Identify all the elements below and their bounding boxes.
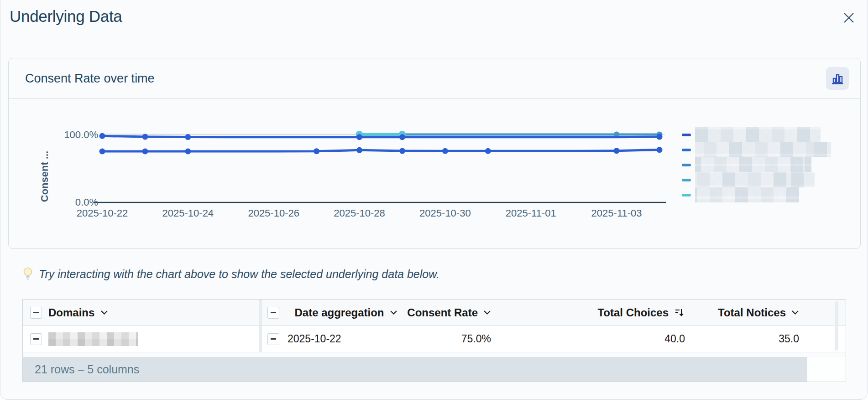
chart-title: Consent Rate over time	[25, 72, 155, 86]
legend-dash-icon	[682, 149, 691, 151]
sort-descending-icon	[674, 307, 685, 318]
tip-text: Try interacting with the chart above to …	[39, 268, 439, 281]
svg-text:Consent ...: Consent ...	[39, 151, 50, 202]
chevron-down-icon	[100, 310, 108, 315]
tip-row: Try interacting with the chart above to …	[22, 267, 439, 281]
page-title: Underlying Data	[10, 7, 122, 26]
bar-chart-icon	[830, 71, 845, 86]
total-notices-label: Total Notices	[718, 306, 786, 319]
total-choices-label: Total Choices	[597, 306, 669, 319]
consent-rate-header[interactable]: Consent Rate	[404, 306, 491, 319]
svg-text:2025-10-24: 2025-10-24	[162, 207, 214, 219]
chevron-down-icon	[483, 310, 491, 315]
total-choices-value: 40.0	[491, 333, 685, 345]
consent-rate-value: 75.0%	[404, 333, 491, 345]
table-scrollbar[interactable]	[835, 301, 838, 351]
measures-header-pane: Date aggregation Consent Rate Total Choi…	[262, 300, 846, 326]
lightbulb-icon	[22, 267, 33, 281]
modal-header: Underlying Data	[0, 0, 867, 28]
table-summary: 21 rows – 5 columns	[35, 363, 139, 376]
date-aggregation-label: Date aggregation	[294, 306, 384, 319]
chart-type-button[interactable]	[826, 67, 849, 90]
legend-dash-icon	[682, 134, 691, 136]
chevron-down-icon	[791, 310, 799, 315]
domains-select-checkbox[interactable]	[30, 307, 42, 319]
domains-header[interactable]: Domains	[48, 306, 108, 319]
table-footer-gutter	[807, 357, 846, 382]
underlying-data-modal: Underlying Data Consent Rate over time 1…	[0, 0, 868, 400]
table-row[interactable]: 2025-10-22 75.0% 40.0 35.0	[23, 326, 846, 352]
svg-text:2025-10-22: 2025-10-22	[77, 207, 128, 219]
table-gap	[23, 352, 846, 357]
legend-item[interactable]	[682, 157, 831, 172]
svg-text:100.0%: 100.0%	[64, 129, 98, 140]
consent-chart[interactable]: 100.0%0.0%Consent ...2025-10-222025-10-2…	[9, 99, 860, 248]
svg-text:2025-11-03: 2025-11-03	[591, 207, 642, 219]
chart-legend	[682, 127, 831, 202]
close-button[interactable]	[841, 10, 857, 28]
measures-row-checkbox[interactable]	[267, 333, 279, 345]
legend-label-redacted	[695, 187, 799, 202]
chevron-down-icon	[390, 310, 397, 315]
svg-text:0.0%: 0.0%	[75, 196, 98, 208]
svg-text:2025-10-28: 2025-10-28	[334, 207, 385, 219]
svg-text:2025-11-01: 2025-11-01	[506, 207, 556, 219]
table-summary-bar: 21 rows – 5 columns	[23, 357, 807, 382]
legend-label-redacted	[695, 142, 831, 157]
close-icon	[842, 11, 855, 24]
legend-label-redacted	[695, 157, 811, 172]
legend-item[interactable]	[682, 187, 831, 202]
consent-rate-label: Consent Rate	[407, 306, 478, 319]
legend-dash-icon	[682, 194, 691, 196]
legend-dash-icon	[682, 179, 691, 181]
date-aggregation-value: 2025-10-22	[288, 333, 404, 345]
domains-header-pane: Domains	[23, 300, 262, 326]
legend-item[interactable]	[682, 142, 831, 157]
domains-header-label: Domains	[48, 306, 94, 319]
domain-row-checkbox[interactable]	[30, 333, 42, 345]
legend-item[interactable]	[682, 172, 831, 187]
legend-item[interactable]	[682, 127, 831, 142]
svg-text:2025-10-26: 2025-10-26	[248, 207, 299, 219]
consent-rate-card: Consent Rate over time 100.0%0.0%Consent…	[8, 58, 861, 249]
measures-row: 2025-10-22 75.0% 40.0 35.0	[262, 326, 846, 352]
svg-text:2025-10-30: 2025-10-30	[419, 207, 471, 219]
underlying-data-table: Domains Date aggregation Consent Rate	[22, 299, 846, 382]
date-aggregation-header[interactable]: Date aggregation	[288, 306, 404, 319]
legend-label-redacted	[695, 172, 815, 187]
domain-value-redacted	[48, 332, 138, 346]
table-footer: 21 rows – 5 columns	[23, 357, 846, 382]
legend-label-redacted	[695, 127, 821, 142]
total-notices-value: 35.0	[685, 333, 799, 345]
rows-select-checkbox[interactable]	[267, 307, 279, 319]
card-header: Consent Rate over time	[9, 58, 860, 99]
legend-dash-icon	[682, 164, 691, 166]
table-header-row: Domains Date aggregation Consent Rate	[23, 300, 846, 326]
total-notices-header[interactable]: Total Notices	[685, 306, 799, 319]
domain-cell	[23, 326, 262, 352]
total-choices-header[interactable]: Total Choices	[491, 306, 685, 319]
